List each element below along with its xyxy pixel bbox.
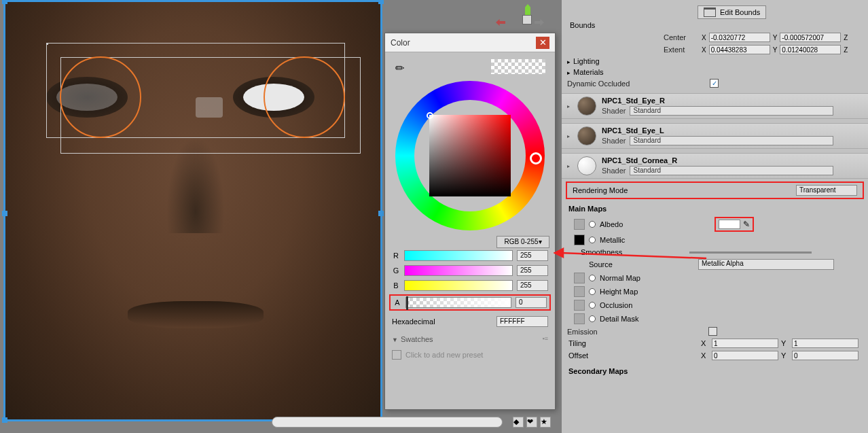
occlusion-slot[interactable]: [574, 300, 585, 311]
smoothness-label: Smoothness: [581, 248, 676, 256]
color-picker-titlebar[interactable]: Color ✕: [385, 33, 555, 52]
a-value[interactable]: 0: [516, 297, 547, 308]
material-name-1: NPC1_Std_Eye_R: [602, 97, 863, 105]
center-x-field[interactable]: [709, 33, 770, 42]
extent-x-field[interactable]: [709, 45, 770, 54]
heightmap-slot[interactable]: [574, 286, 585, 297]
metallic-texture-slot[interactable]: [574, 235, 585, 245]
r-label: R: [392, 252, 400, 260]
color-preview: [491, 59, 545, 74]
tiling-y-field[interactable]: [792, 339, 858, 348]
heightmap-label: Height Map: [600, 288, 638, 296]
shader-dropdown-2[interactable]: Standard: [630, 136, 833, 145]
offset-label: Offset: [568, 351, 701, 360]
scene-viewport[interactable]: [3, 0, 382, 421]
albedo-label: Albedo: [600, 220, 623, 228]
emission-label: Emission: [567, 328, 708, 336]
material-name-2: NPC1_Std_Eye_L: [602, 126, 863, 135]
edit-bounds-icon: [704, 7, 716, 17]
g-slider[interactable]: [404, 265, 513, 276]
g-value[interactable]: 255: [517, 265, 548, 276]
material-preview-icon: [577, 126, 596, 145]
hue-cursor[interactable]: [530, 152, 542, 164]
shader-dropdown-1[interactable]: Standard: [630, 106, 833, 116]
source-dropdown[interactable]: Metallic Alpha: [698, 259, 834, 270]
main-maps-header: Main Maps: [562, 202, 868, 215]
rendering-mode-label: Rendering Mode: [573, 186, 796, 194]
b-label: B: [392, 281, 400, 290]
material-header-1[interactable]: ▸ NPC1_Std_Eye_R ShaderStandard: [562, 93, 868, 119]
hex-label: Hexadecimal: [392, 317, 435, 326]
color-picker-window: Color ✕ ✎ RGB 0-255▾ R 255 G 255 B 255 A…: [384, 33, 556, 410]
edit-bounds-button[interactable]: Edit Bounds: [698, 5, 766, 19]
dynamic-occluded-label: Dynamic Occluded: [567, 80, 710, 88]
rendering-mode-dropdown[interactable]: Transparent: [796, 185, 857, 196]
color-wheel[interactable]: [395, 81, 545, 230]
material-preview-icon: [577, 156, 596, 175]
albedo-radio[interactable]: [589, 221, 596, 228]
rendering-mode-row: Rendering Mode Transparent: [566, 181, 864, 199]
offset-x-field[interactable]: [712, 351, 778, 360]
metallic-radio[interactable]: [589, 237, 596, 243]
eyedropper-icon[interactable]: ✎: [392, 57, 411, 76]
gizmo-circle-right[interactable]: [264, 56, 345, 138]
tiling-x-field[interactable]: [712, 339, 778, 348]
materials-foldout[interactable]: Materials: [562, 67, 868, 77]
toolbar-btn-3[interactable]: ★: [540, 417, 551, 428]
dynamic-occluded-checkbox[interactable]: ✓: [710, 79, 719, 88]
preset-label: Click to add new preset: [405, 351, 483, 359]
r-slider[interactable]: [404, 250, 513, 261]
g-label: G: [392, 266, 400, 275]
occlusion-label: Occlusion: [600, 301, 632, 309]
shader-dropdown-3[interactable]: Standard: [630, 166, 833, 175]
metallic-label: Metallic: [600, 236, 625, 244]
r-value[interactable]: 255: [517, 250, 548, 261]
albedo-texture-slot[interactable]: [574, 219, 585, 230]
smoothness-slider[interactable]: [689, 252, 812, 254]
orientation-gizmo[interactable]: [506, 4, 554, 31]
color-picker-title: Color: [391, 38, 536, 48]
material-header-2[interactable]: ▸ NPC1_Std_Eye_L ShaderStandard: [562, 123, 868, 149]
center-y-field[interactable]: [780, 33, 841, 42]
secondary-maps-header: Secondary Maps: [562, 362, 868, 378]
a-label: A: [393, 298, 401, 307]
normalmap-slot[interactable]: [574, 273, 585, 283]
search-input[interactable]: [272, 417, 503, 428]
detailmask-label: Detail Mask: [600, 315, 638, 323]
albedo-color-control: ✎: [715, 217, 754, 232]
gizmo-circle-left[interactable]: [60, 56, 141, 138]
extent-label: Extent: [664, 46, 702, 54]
toolbar-btn-2[interactable]: ❤: [526, 417, 537, 428]
offset-y-field[interactable]: [792, 351, 858, 360]
center-label: Center: [664, 33, 702, 41]
material-header-3[interactable]: ▸ NPC1_Std_Cornea_R ShaderStandard: [562, 153, 868, 179]
a-slider[interactable]: [405, 297, 511, 308]
detailmask-slot[interactable]: [574, 313, 585, 324]
camera-icon: [196, 97, 223, 118]
material-name-3: NPC1_Std_Cornea_R: [602, 156, 863, 164]
source-label: Source: [589, 260, 613, 269]
tiling-label: Tiling: [568, 339, 701, 347]
eyedropper-icon[interactable]: ✎: [743, 220, 750, 229]
material-preview-icon: [577, 97, 596, 116]
add-preset-button[interactable]: [392, 350, 401, 360]
lighting-foldout[interactable]: Lighting: [562, 56, 868, 67]
b-value[interactable]: 255: [517, 280, 548, 291]
color-mode-dropdown[interactable]: RGB 0-255▾: [496, 236, 549, 248]
normalmap-label: Normal Map: [600, 274, 640, 282]
albedo-color-swatch[interactable]: [719, 220, 740, 229]
emission-checkbox[interactable]: [708, 327, 717, 336]
close-icon[interactable]: ✕: [536, 37, 549, 49]
inspector-panel: Edit Bounds Bounds Center X Y Z Extent X…: [562, 0, 868, 433]
toolbar-btn-1[interactable]: ◆: [513, 417, 524, 428]
extent-y-field[interactable]: [780, 45, 841, 54]
hex-value[interactable]: FFFFFF: [496, 316, 548, 327]
swatches-foldout[interactable]: ▼Swatches ▪≡: [385, 331, 555, 347]
b-slider[interactable]: [404, 280, 513, 291]
sv-square[interactable]: [429, 115, 511, 196]
bounds-label: Bounds: [562, 19, 868, 31]
mouth: [128, 301, 264, 328]
